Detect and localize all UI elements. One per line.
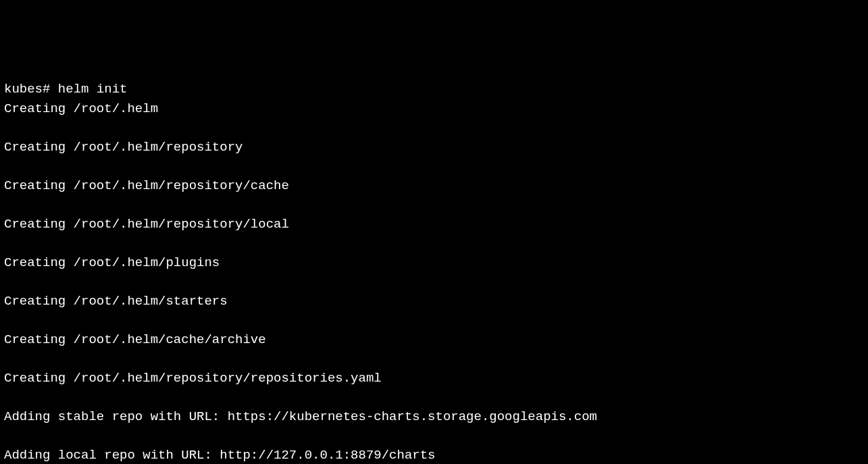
output-line: Adding local repo with URL: http://127.0… — [4, 446, 864, 465]
output-line: Creating /root/.helm/starters — [4, 292, 864, 311]
output-line: Creating /root/.helm/repository/cache — [4, 176, 864, 196]
command-input: helm init — [58, 82, 128, 97]
output-line: Creating /root/.helm/repository/local — [4, 215, 864, 234]
output-line: Creating /root/.helm/repository — [4, 138, 864, 157]
output-line: Creating /root/.helm/cache/archive — [4, 330, 864, 350]
output-line: Adding stable repo with URL: https://kub… — [4, 407, 864, 427]
output-line: Creating /root/.helm/plugins — [4, 253, 864, 273]
output-line: Creating /root/.helm/repository/reposito… — [4, 369, 864, 388]
output-line: Creating /root/.helm — [4, 99, 864, 119]
terminal-window[interactable]: kubes# helm init Creating /root/.helm Cr… — [4, 80, 864, 464]
shell-prompt: kubes# — [4, 82, 58, 97]
